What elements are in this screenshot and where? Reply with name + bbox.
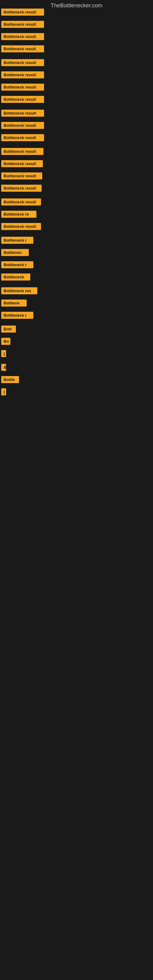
list-item[interactable]: Bottleneck result [1, 110, 44, 117]
list-item[interactable]: Bottleneck r [1, 312, 33, 319]
list-item[interactable]: Bottleneck r [1, 237, 33, 244]
list-item[interactable]: Bottleneck result [1, 134, 44, 141]
list-item[interactable]: Bottleneck result [1, 160, 43, 167]
list-item[interactable]: Bottleneck result [1, 9, 44, 16]
list-item[interactable]: Bottlene [1, 299, 27, 307]
list-item[interactable]: Bo [1, 338, 10, 345]
list-item[interactable]: Bott [1, 326, 16, 332]
list-item[interactable]: Bottleneck result [1, 199, 41, 205]
list-item[interactable]: Bottleneck result [1, 148, 43, 155]
list-item[interactable]: Bottleneck result [1, 96, 44, 103]
list-item[interactable]: Bottleneck re [1, 211, 37, 218]
list-item[interactable]: Bottlenec [1, 249, 29, 256]
list-item[interactable]: Bottleneck result [1, 59, 44, 66]
list-item[interactable]: Bottleneck result [1, 72, 44, 78]
list-item[interactable]: Bottleneck result [1, 45, 44, 52]
list-item[interactable]: Bottleneck res [1, 287, 37, 294]
list-item[interactable]: Bottleneck result [1, 84, 44, 91]
list-item[interactable]: Bottle [1, 376, 19, 383]
list-item[interactable]: | [1, 350, 6, 357]
list-item[interactable]: Bottleneck result [1, 33, 44, 40]
list-item[interactable]: B [1, 364, 6, 371]
list-item[interactable]: Bottleneck result [1, 21, 44, 28]
list-item[interactable]: Bottleneck result [1, 185, 41, 192]
page-wrapper: TheBottlenecker.com Bottleneck resultBot… [0, 0, 153, 980]
list-item[interactable]: Bottleneck [1, 274, 30, 280]
list-item[interactable]: Bottleneck result [1, 172, 42, 180]
list-item[interactable]: | [1, 388, 6, 395]
list-item[interactable]: Bottleneck r [1, 261, 33, 268]
list-item[interactable]: Bottleneck result [1, 122, 44, 129]
list-item[interactable]: Bottleneck result [1, 223, 41, 230]
